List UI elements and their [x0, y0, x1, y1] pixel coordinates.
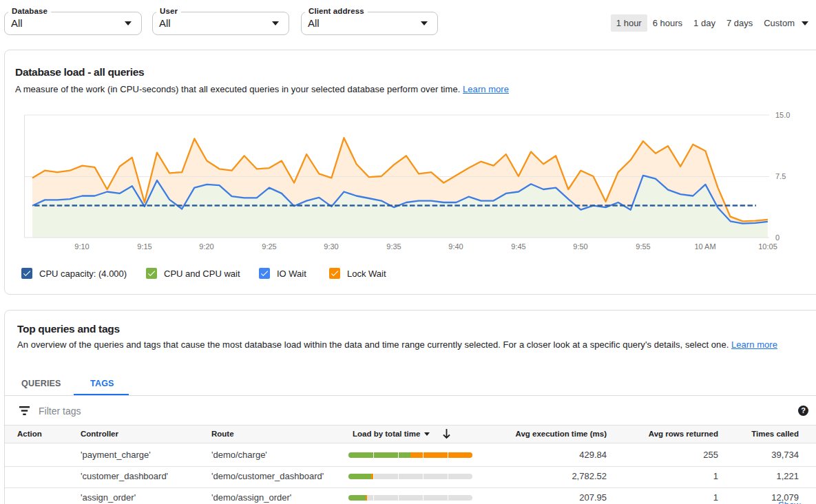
svg-text:9:20: 9:20 [199, 242, 213, 251]
svg-text:9:25: 9:25 [262, 242, 276, 251]
svg-text:10:05: 10:05 [758, 242, 777, 251]
svg-text:0: 0 [775, 233, 780, 242]
svg-text:9:55: 9:55 [636, 242, 650, 251]
svg-text:9:35: 9:35 [386, 242, 401, 251]
svg-text:7.5: 7.5 [775, 172, 786, 180]
svg-text:15.0: 15.0 [775, 111, 790, 119]
svg-text:9:15: 9:15 [137, 242, 151, 251]
svg-text:9:45: 9:45 [511, 242, 525, 251]
svg-text:10 AM: 10 AM [694, 242, 715, 251]
svg-text:9:50: 9:50 [573, 242, 587, 251]
svg-text:9:40: 9:40 [448, 242, 463, 251]
svg-text:9:10: 9:10 [74, 242, 89, 251]
svg-text:9:30: 9:30 [324, 242, 338, 251]
